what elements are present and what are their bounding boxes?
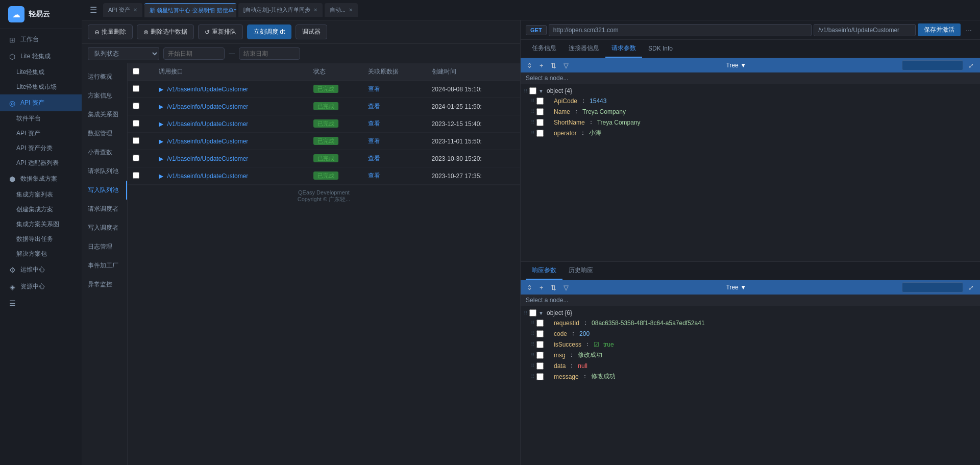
tree-checkbox[interactable] [536, 119, 544, 126]
filter-icon[interactable]: ▽ [561, 61, 571, 70]
nav-solution-info[interactable]: 方案信息 [82, 86, 127, 105]
view-related-link[interactable]: 查看 [368, 85, 380, 92]
queue-status-select[interactable]: 队列状态 [88, 47, 159, 60]
sort-icon[interactable]: ⇅ [549, 61, 558, 70]
view-related-link[interactable]: 查看 [368, 103, 380, 110]
view-related-link[interactable]: 查看 [368, 155, 380, 162]
url-base-input[interactable] [549, 24, 812, 36]
batch-delete-button[interactable]: ⊖ 批量删除 [88, 25, 133, 39]
sidebar-item-export-task[interactable]: 数据导出任务 [0, 232, 82, 247]
tree-label-response[interactable]: Tree ▼ [574, 284, 899, 291]
api-link[interactable]: /v1/baseinfo/UpdateCustomer [167, 120, 249, 128]
sidebar-item-data-integration[interactable]: ⬢ 数据集成方案 [0, 170, 82, 187]
api-link[interactable]: /v1/baseinfo/UpdateCustomer [167, 155, 249, 162]
row-checkbox[interactable] [133, 137, 139, 144]
sidebar-item-workbench[interactable]: ⊞ 工作台 [0, 31, 82, 48]
tree-checkbox[interactable] [536, 108, 544, 115]
topbar-menu-icon[interactable]: ☰ [90, 5, 97, 15]
row-checkbox[interactable] [133, 120, 139, 127]
view-related-link[interactable]: 查看 [368, 137, 380, 144]
tree-checkbox[interactable] [536, 341, 544, 348]
nav-integration-map[interactable]: 集成关系图 [82, 105, 127, 124]
more-options-button[interactable]: ··· [963, 24, 975, 36]
tree-expand-arrow[interactable]: ▼ [538, 310, 545, 316]
tree-checkbox[interactable] [536, 362, 544, 370]
tab-sdk-info[interactable]: SDK Info [642, 41, 679, 57]
nav-write-pool[interactable]: 写入队列池 [82, 181, 127, 200]
resp-sort-icon[interactable]: ⇅ [549, 283, 558, 292]
tree-checkbox[interactable] [536, 97, 544, 105]
drag-handle[interactable]: ⠿ [531, 109, 534, 114]
sidebar-item-ops[interactable]: ⚙ 运维中心 [0, 261, 82, 278]
start-date-input[interactable] [163, 47, 225, 60]
api-link[interactable]: /v1/baseinfo/UpdateCustomer [167, 173, 249, 180]
drag-handle[interactable]: ⠿ [531, 341, 534, 347]
tree-checkbox[interactable] [529, 309, 536, 316]
schedule-dt-button[interactable]: 立刻调度 dt [247, 25, 291, 39]
row-checkbox[interactable] [133, 172, 139, 179]
delete-selected-button[interactable]: ⊗ 删除选中数据 [137, 25, 194, 39]
tab-close-icon[interactable]: ✕ [133, 7, 137, 13]
resp-tree-search-input[interactable] [902, 282, 963, 292]
tree-checkbox[interactable] [536, 130, 544, 137]
drag-handle[interactable]: ⠿ [531, 130, 534, 136]
sidebar-item-api-asset[interactable]: API 资产 [0, 126, 82, 141]
drag-handle[interactable]: ⠿ [531, 320, 534, 326]
view-related-link[interactable]: 查看 [368, 172, 380, 179]
drag-handle[interactable]: ⠿ [524, 88, 527, 94]
drag-handle[interactable]: ⠿ [531, 331, 534, 336]
sidebar-item-software[interactable]: 软件平台 [0, 111, 82, 126]
sidebar-item-bottom-menu[interactable]: ☰ [0, 295, 82, 311]
view-related-link[interactable]: 查看 [368, 120, 380, 127]
nav-exception-monitor[interactable]: 异常监控 [82, 275, 127, 294]
tab-api-assets[interactable]: API 资产 ✕ [103, 3, 142, 17]
tree-search-input[interactable] [902, 60, 963, 70]
api-link[interactable]: /v1/baseinfo/UpdateCustomer [167, 138, 249, 145]
tab-task-info[interactable]: 任务信息 [526, 40, 562, 58]
expand-icon[interactable]: ⤢ [966, 61, 976, 70]
drag-handle[interactable]: ⠿ [531, 374, 534, 379]
sidebar-item-lite-sub2[interactable]: Lite轻集成市场 [0, 80, 82, 94]
save-activate-button[interactable]: 保存并激活 [918, 23, 961, 36]
drag-handle[interactable]: ⠿ [531, 352, 534, 358]
debug-button[interactable]: 调试器 [296, 25, 327, 39]
drag-handle[interactable]: ⠿ [531, 363, 534, 369]
tab-new-solution[interactable]: 新-领星结算中心-交易明细-赔偿单=>U8-出库单_手工处理 ✕ [144, 3, 236, 17]
tab-auto-rule[interactable]: [自动定划]-其他入库单同步 ✕ [238, 3, 323, 17]
sidebar-item-api-adapter[interactable]: API 适配器列表 [0, 156, 82, 170]
drag-handle[interactable]: ⠿ [524, 310, 527, 316]
sidebar-item-solution-pkg[interactable]: 解决方案包 [0, 247, 82, 261]
sidebar-item-solution-list[interactable]: 集成方案列表 [0, 187, 82, 202]
tree-checkbox[interactable] [536, 330, 544, 337]
requeue-button[interactable]: ↺ 重新排队 [198, 25, 243, 39]
resp-expand-icon[interactable]: ⤢ [966, 283, 976, 292]
tree-checkbox[interactable] [536, 352, 544, 359]
tab-close-icon[interactable]: ✕ [349, 7, 353, 13]
collapse-all-icon[interactable]: ⇕ [525, 61, 534, 70]
tree-checkbox[interactable] [536, 373, 544, 380]
tree-checkbox[interactable] [529, 87, 536, 94]
resp-filter-icon[interactable]: ▽ [561, 283, 571, 292]
tab-close-icon[interactable]: ✕ [313, 7, 317, 13]
sidebar-item-create-solution[interactable]: 创建集成方案 [0, 202, 82, 217]
nav-schedule[interactable]: 请求调度者 [82, 200, 127, 218]
tab-response-params[interactable]: 响应参数 [526, 262, 562, 280]
nav-data-mgmt[interactable]: 数据管理 [82, 124, 127, 143]
nav-query[interactable]: 小青查数 [82, 143, 127, 162]
nav-request-pool[interactable]: 请求队列池 [82, 162, 127, 181]
tab-connector-info[interactable]: 连接器信息 [562, 40, 605, 58]
select-all-checkbox[interactable] [133, 68, 139, 75]
nav-log-mgmt[interactable]: 日志管理 [82, 237, 127, 256]
row-checkbox[interactable] [133, 103, 139, 109]
tab-request-params[interactable]: 请求参数 [605, 40, 642, 58]
sidebar-item-lite-sub1[interactable]: Lite轻集成 [0, 65, 82, 80]
tree-checkbox[interactable] [536, 320, 544, 327]
resp-collapse-icon[interactable]: ⇕ [525, 283, 534, 292]
sidebar-item-solution-map[interactable]: 集成方案关系图 [0, 217, 82, 232]
tree-expand-arrow[interactable]: ▼ [538, 88, 545, 94]
tab-history-response[interactable]: 历史响应 [562, 262, 599, 280]
drag-handle[interactable]: ⠿ [531, 98, 534, 104]
sidebar-item-api-category[interactable]: API 资产分类 [0, 141, 82, 156]
drag-handle[interactable]: ⠿ [531, 119, 534, 125]
api-link[interactable]: /v1/baseinfo/UpdateCustomer [167, 86, 249, 93]
